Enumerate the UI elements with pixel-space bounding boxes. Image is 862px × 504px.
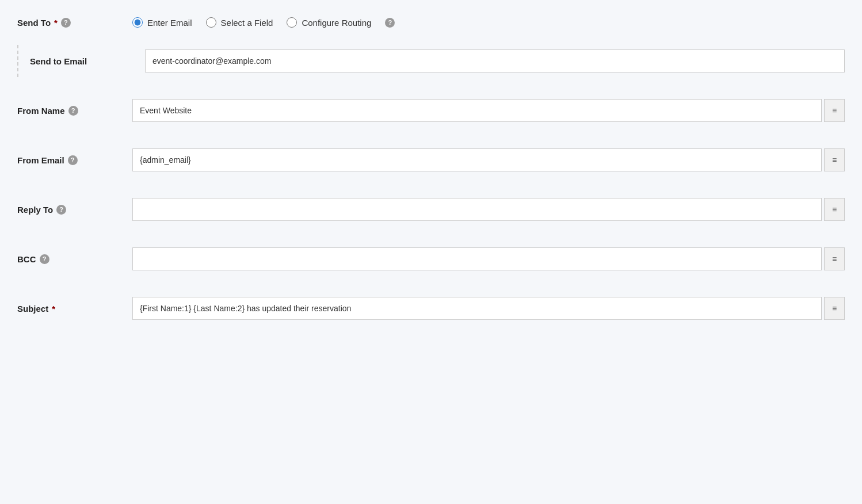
send-to-email-label: Send to Email <box>30 56 145 66</box>
bcc-merge-tag-button[interactable]: ≡ <box>824 247 845 270</box>
send-to-row: Send To * ? Enter Email Select a Field C… <box>17 17 845 28</box>
form-container: Send To * ? Enter Email Select a Field C… <box>17 17 845 324</box>
from-name-input-wrapper: ≡ <box>132 99 845 122</box>
from-name-help-icon[interactable]: ? <box>68 106 78 116</box>
reply-to-merge-tag-button[interactable]: ≡ <box>824 198 845 221</box>
from-email-label-text: From Email <box>17 155 64 165</box>
send-to-label-text: Send To <box>17 18 51 28</box>
bcc-input-wrapper: ≡ <box>132 247 845 270</box>
reply-to-input-wrapper: ≡ <box>132 198 845 221</box>
subject-required-star: * <box>52 304 55 314</box>
subject-merge-tag-button[interactable]: ≡ <box>824 297 845 320</box>
from-email-label: From Email ? <box>17 155 132 165</box>
bcc-row: BCC ? ≡ <box>17 243 845 275</box>
subject-merge-tag-icon: ≡ <box>832 304 837 313</box>
send-to-radio-group: Enter Email Select a Field Configure Rou… <box>132 17 395 28</box>
reply-to-row: Reply To ? ≡ <box>17 193 845 226</box>
send-to-label: Send To * ? <box>17 18 132 28</box>
configure-routing-help-icon[interactable]: ? <box>385 18 395 28</box>
radio-configure-routing[interactable]: Configure Routing <box>287 17 371 28</box>
subject-input[interactable] <box>132 297 822 320</box>
radio-enter-email-label: Enter Email <box>147 18 192 28</box>
bcc-label-text: BCC <box>17 254 36 264</box>
from-name-merge-tag-button[interactable]: ≡ <box>824 99 845 122</box>
radio-enter-email[interactable]: Enter Email <box>132 17 192 28</box>
send-to-required-star: * <box>54 18 58 28</box>
radio-enter-email-input[interactable] <box>132 17 143 28</box>
from-email-row: From Email ? ≡ <box>17 144 845 176</box>
radio-select-field[interactable]: Select a Field <box>206 17 273 28</box>
subject-input-wrapper: ≡ <box>132 297 845 320</box>
bcc-merge-tag-icon: ≡ <box>832 254 837 264</box>
bcc-help-icon[interactable]: ? <box>40 254 49 264</box>
from-email-input-wrapper: ≡ <box>132 148 845 171</box>
reply-to-label-text: Reply To <box>17 205 53 215</box>
subject-label: Subject * <box>17 304 132 314</box>
send-to-email-label-text: Send to Email <box>30 56 87 66</box>
subject-row: Subject * ≡ <box>17 292 845 324</box>
from-email-help-icon[interactable]: ? <box>68 155 78 165</box>
reply-to-help-icon[interactable]: ? <box>56 205 66 215</box>
from-email-input[interactable] <box>132 148 822 171</box>
bcc-input[interactable] <box>132 247 822 270</box>
from-name-label: From Name ? <box>17 106 132 116</box>
send-to-email-row: Send to Email <box>30 45 845 77</box>
send-to-email-input-wrapper <box>145 49 845 72</box>
send-to-help-icon[interactable]: ? <box>61 18 71 28</box>
reply-to-merge-tag-icon: ≡ <box>832 205 837 214</box>
from-name-input[interactable] <box>132 99 822 122</box>
radio-select-field-input[interactable] <box>206 17 216 28</box>
from-email-merge-tag-icon: ≡ <box>832 155 837 165</box>
radio-configure-routing-label: Configure Routing <box>302 18 371 28</box>
from-name-merge-tag-icon: ≡ <box>832 106 837 115</box>
subject-label-text: Subject <box>17 304 48 314</box>
radio-configure-routing-input[interactable] <box>287 17 297 28</box>
send-to-email-input[interactable] <box>145 49 845 72</box>
from-email-merge-tag-button[interactable]: ≡ <box>824 148 845 171</box>
send-to-email-section: Send to Email <box>17 45 845 77</box>
bcc-label: BCC ? <box>17 254 132 264</box>
reply-to-input[interactable] <box>132 198 822 221</box>
reply-to-label: Reply To ? <box>17 205 132 215</box>
radio-select-field-label: Select a Field <box>221 18 273 28</box>
from-name-label-text: From Name <box>17 106 65 116</box>
from-name-row: From Name ? ≡ <box>17 94 845 127</box>
